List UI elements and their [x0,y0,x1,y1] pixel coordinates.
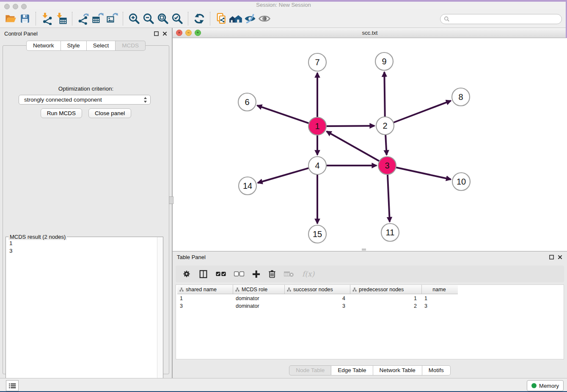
network-minimize-button[interactable]: − [185,30,192,36]
zoom-out-icon [142,12,155,25]
zoom-window-button[interactable] [21,4,27,9]
column-header-predecessor-nodes[interactable]: predecessor nodes [350,285,422,294]
zoom-fit-button[interactable] [156,11,170,26]
export-image-button[interactable] [105,11,119,26]
node-table[interactable]: shared name MCDS role successor nodes pr… [176,284,564,359]
tab-mcds[interactable]: MCDS [116,41,146,51]
column-header-successor-nodes[interactable]: successor nodes [285,285,350,294]
refresh-button[interactable] [192,11,206,26]
export-table-button[interactable] [91,11,105,26]
cell-shared-name[interactable]: 1 [177,295,233,301]
add-column-button[interactable] [252,270,260,278]
tab-network-table[interactable]: Network Table [373,365,422,375]
graph-node-label: 7 [315,58,319,67]
table-panel: Table Panel f(x) shared name MCDS role s… [173,251,567,378]
cell-name[interactable]: 3 [422,303,457,309]
optimization-criterion-label: Optimization criterion: [0,86,172,92]
import-table-button[interactable] [54,11,69,26]
graph-node-label: 14 [243,181,252,190]
column-header-name[interactable]: name [422,285,457,294]
tab-select[interactable]: Select [87,41,116,51]
zoom-out-button[interactable] [141,11,156,26]
list-icon [9,383,16,389]
graph-edge-3-1[interactable] [327,131,380,161]
tab-node-table[interactable]: Node Table [289,365,331,375]
minimize-window-button[interactable] [13,4,18,9]
save-session-button[interactable] [18,11,32,26]
cell-mcds-role[interactable]: dominator [233,295,285,301]
task-history-button[interactable] [6,380,19,391]
graph-edge-2-9[interactable] [384,72,385,118]
run-mcds-button[interactable]: Run MCDS [41,108,82,118]
function-builder-button[interactable]: f(x) [302,270,314,278]
delete-table-button[interactable] [284,271,294,277]
table-row[interactable]: 1 dominator 4 1 1 [177,295,564,302]
graph-edge-4-14[interactable] [258,168,310,183]
control-panel-header: Control Panel [0,28,172,39]
show-selected-button[interactable] [257,11,272,26]
close-panel-button[interactable] [162,31,168,36]
network-view-window: × − + scc.txt 7968124314101511 [173,28,567,251]
close-table-panel-button[interactable] [557,254,563,260]
float-panel-button[interactable] [154,31,159,36]
tab-edge-table[interactable]: Edge Table [331,365,373,375]
network-close-button[interactable]: × [176,30,182,36]
cell-predecessor-nodes[interactable]: 2 [350,303,422,309]
graph-edge-2-3[interactable] [385,134,387,155]
network-maximize-button[interactable]: + [195,30,201,36]
graph-node-label: 3 [385,161,389,170]
graph-edge-2-8[interactable] [393,101,451,123]
cell-successor-nodes[interactable]: 3 [285,303,350,309]
deselect-all-columns-button[interactable] [234,271,244,276]
network-graph: 7968124314101511 [173,38,567,251]
canvas-scroll-hint[interactable] [362,248,366,251]
clone-network-button[interactable] [214,11,228,26]
memory-button[interactable]: Memory [527,380,564,391]
network-window-titlebar: × − + scc.txt [173,28,567,38]
optimization-dropdown[interactable]: strongly connected component [19,95,151,105]
table-row[interactable]: 3 dominator 3 2 3 [177,303,564,310]
select-all-columns-button[interactable] [216,271,226,276]
gear-icon [182,270,191,278]
dropdown-value: strongly connected component [24,97,102,103]
search-field[interactable] [440,14,562,24]
column-header-mcds-role[interactable]: MCDS role [233,285,285,294]
close-window-button[interactable] [4,4,10,9]
table-settings-button[interactable] [182,270,191,278]
search-input[interactable] [451,16,561,23]
result-scrollbar[interactable] [157,237,163,392]
split-panel-button[interactable] [199,270,208,279]
graph-edge-1-6[interactable] [257,105,310,124]
cell-mcds-role[interactable]: dominator [233,303,285,309]
tab-motifs[interactable]: Motifs [422,365,451,375]
zoom-selected-button[interactable] [170,11,184,26]
hide-selected-button[interactable] [243,11,257,26]
panel-divider-handle[interactable] [169,196,173,204]
graph-node-label: 4 [315,161,319,170]
network-canvas[interactable]: 7968124314101511 [173,38,567,251]
delete-column-button[interactable] [268,270,276,278]
column-header-shared-name[interactable]: shared name [177,285,233,294]
cell-predecessor-nodes[interactable]: 1 [350,295,422,301]
cell-name[interactable]: 1 [422,295,457,301]
cell-successor-nodes[interactable]: 4 [285,295,350,301]
close-panel-action-button[interactable]: Close panel [88,108,131,118]
open-session-button[interactable] [3,11,18,26]
mcds-result-box: MCDS result (2 nodes) 1 3 [6,237,163,392]
import-network-button[interactable] [40,11,54,26]
graph-edge-3-10[interactable] [395,167,451,179]
mcds-buttons: Run MCDS Close panel [0,108,172,118]
column-type-icon [287,287,291,292]
tab-network[interactable]: Network [26,41,61,51]
export-network-button[interactable] [76,11,91,26]
cell-shared-name[interactable]: 3 [177,303,233,309]
control-panel-tabs: Network Style Select MCDS [0,41,172,51]
float-table-panel-button[interactable] [549,254,554,260]
toolbar-separator [188,12,189,25]
tab-style[interactable]: Style [61,41,87,51]
zoom-fit-icon [157,12,169,25]
graph-edge-3-11[interactable] [388,174,390,222]
graph-edge-1-2[interactable] [325,126,374,126]
show-all-networks-button[interactable] [228,11,243,26]
zoom-in-button[interactable] [127,11,141,26]
